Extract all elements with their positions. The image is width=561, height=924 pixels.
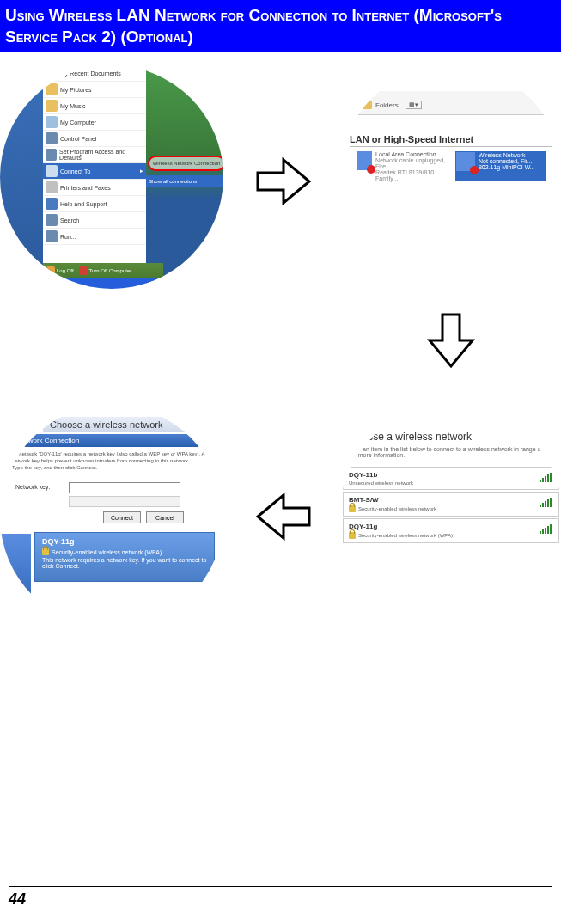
folder-icon	[362, 101, 372, 109]
wifi-network-item[interactable]: BMT-S/W Security-enabled wireless networ…	[343, 492, 559, 517]
step3-wireless-list: oose a wireless network Click an item in…	[339, 405, 561, 628]
wifi-network-item[interactable]: DQY-11g Security-enabled wireless networ…	[343, 518, 559, 543]
menu-item[interactable]: Set Program Access and Defaults	[43, 147, 146, 163]
turnoff-button[interactable]: Turn Off Computer	[79, 266, 132, 275]
logoff-button[interactable]: Log Off	[46, 266, 74, 275]
arrow-right-icon	[253, 156, 314, 207]
connection-bar: s Network Connection	[7, 434, 223, 447]
dialog-title: Choose a wireless network	[43, 417, 223, 432]
local-area-connection[interactable]: Local Area Connection Network cable unpl…	[357, 151, 447, 181]
menu-item[interactable]: Printers and Faxes	[43, 180, 146, 196]
start-menu-panel: My Recent Documents My Pictures My Music…	[43, 65, 146, 289]
menu-item-connect-to[interactable]: Connect To▸	[43, 163, 146, 180]
lock-icon	[42, 548, 49, 555]
connect-button[interactable]: Connect	[103, 511, 141, 523]
explorer-toolbar: Help Folders▦▾	[357, 91, 546, 115]
page-number: 44	[9, 890, 26, 908]
lock-icon	[349, 532, 356, 539]
network-key-label: Network key:	[15, 484, 50, 490]
section-lan-title: LAN or High-Speed Internet	[350, 134, 552, 147]
page-footer: 44	[9, 886, 552, 909]
submenu-show-all[interactable]: Show all connections	[146, 175, 223, 187]
menu-item[interactable]: My Recent Documents	[43, 65, 146, 82]
arrow-down-icon	[425, 310, 477, 370]
header-title: Using Wireless LAN Network for Connectio…	[5, 6, 502, 46]
diagram-content: My Recent Documents My Pictures My Music…	[0, 52, 561, 774]
wifi-icon	[456, 152, 475, 171]
cancel-button[interactable]: Cancel	[146, 511, 184, 523]
wireless-connection-selected[interactable]: Wireless Network Not connected, Fir... 8…	[455, 151, 546, 181]
wireless-connection-callout: Wireless Network Connection	[148, 156, 223, 171]
confirm-key-input[interactable]	[69, 496, 180, 507]
step1-start-menu: My Recent Documents My Pictures My Music…	[0, 65, 223, 289]
lock-icon	[349, 505, 356, 512]
section-header: Using Wireless LAN Network for Connectio…	[0, 0, 561, 52]
menu-item[interactable]: My Computer	[43, 114, 146, 131]
signal-icon	[540, 524, 552, 534]
menu-item[interactable]: Run...	[43, 229, 146, 245]
step2-network-connections: Help Folders▦▾ LAN or High-Speed Interne…	[339, 65, 561, 289]
choose-network-desc: Click an item in the list below to conne…	[348, 446, 554, 458]
arrow-left-icon	[253, 491, 314, 542]
step4-key-dialog: Choose a wireless network s Network Conn…	[0, 405, 223, 628]
menu-item[interactable]: Search	[43, 212, 146, 229]
signal-icon	[540, 498, 552, 507]
key-description: he network 'DQY-11g' requires a network …	[12, 451, 218, 471]
wifi-network-item[interactable]: DQY-11b Unsecured wireless network	[343, 467, 559, 490]
network-key-input[interactable]	[69, 482, 180, 493]
menu-item[interactable]: My Pictures	[43, 82, 146, 98]
signal-icon	[540, 473, 552, 482]
menu-item[interactable]: Control Panel	[43, 131, 146, 147]
menu-item[interactable]: Help and Support	[43, 196, 146, 212]
menu-item[interactable]: My Music	[43, 98, 146, 114]
start-menu-bottom: Log Off Turn Off Computer	[43, 263, 163, 278]
network-icon	[357, 151, 372, 170]
choose-network-title: oose a wireless network	[362, 431, 472, 443]
selected-network-panel: DQY-11g Security-enabled wireless networ…	[34, 532, 215, 582]
